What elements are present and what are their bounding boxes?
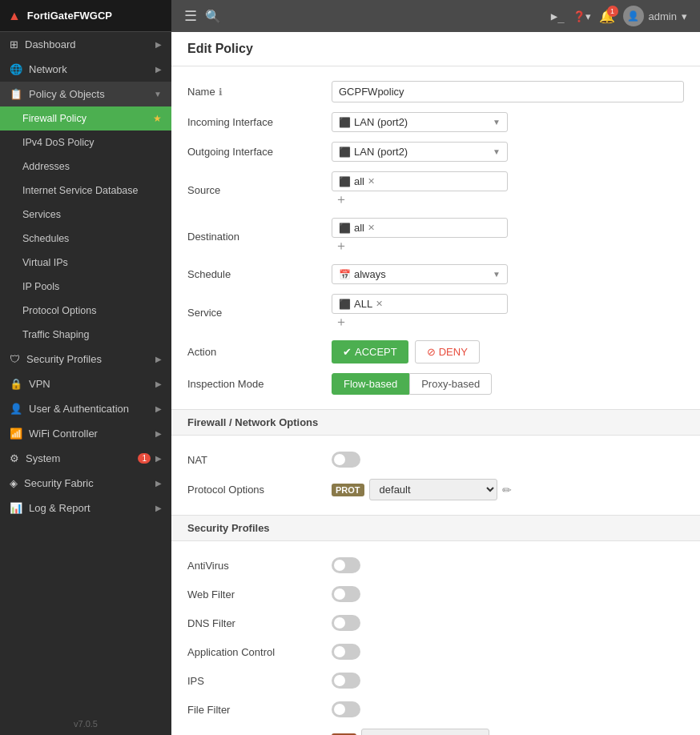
outgoing-interface-select[interactable]: ⬛ LAN (port2) ▼ [332,142,508,162]
inspection-mode-control: Flow-based Proxy-based [332,373,684,395]
chevron-down-icon: ▼ [154,90,162,98]
terminal-icon[interactable]: ▶_ [551,10,565,22]
inspection-buttons: Flow-based Proxy-based [332,373,684,395]
dns-filter-toggle[interactable] [332,615,360,631]
source-tag-box[interactable]: ⬛ all ✕ [332,171,508,191]
tag-close-icon[interactable]: ✕ [376,299,383,309]
web-filter-row: Web Filter [187,580,684,608]
wifi-icon: 📶 [10,428,22,440]
sidebar-item-dashboard[interactable]: ⊞ Dashboard ▶ [0,32,171,57]
chevron-right-icon: ▶ [155,404,162,413]
file-filter-row: File Filter [187,695,684,724]
security-profiles-section: Security Profiles [171,515,700,541]
sidebar-item-label: Log & Report [29,502,91,514]
name-label: Name ℹ [187,86,332,98]
file-filter-slider [332,701,360,717]
edit-protocol-icon[interactable]: ✏ [502,484,512,496]
antivirus-toggle[interactable] [332,557,360,573]
hamburger-icon[interactable]: ☰ [184,7,197,25]
protocol-select-group: PROT default ✏ [332,479,684,500]
add-source-button[interactable]: ＋ [332,192,351,206]
service-tag-box[interactable]: ⬛ ALL ✕ [332,294,508,314]
outgoing-interface-row: Outgoing Interface ⬛ LAN (port2) ▼ [187,137,684,167]
sidebar-item-label: User & Authentication [29,403,129,415]
sidebar-item-security-profiles[interactable]: 🛡 Security Profiles ▶ [0,347,171,372]
incoming-interface-select[interactable]: ⬛ LAN (port2) ▼ [332,112,508,132]
destination-control: ⬛ all ✕ ＋ [332,218,684,255]
sidebar-item-security-fabric[interactable]: ◈ Security Fabric ▶ [0,471,171,496]
sidebar-item-vpn[interactable]: 🔒 VPN ▶ [0,372,171,396]
web-filter-toggle[interactable] [332,586,360,602]
sidebar-item-firewall-policy[interactable]: Firewall Policy ★ [0,106,171,131]
app-title: FortiGateFWGCP [27,10,112,22]
firewall-network-form: NAT Protocol Options PROT [171,436,700,515]
add-service-button[interactable]: ＋ [332,315,351,328]
service-row: Service ⬛ ALL ✕ ＋ [187,289,684,335]
sidebar-item-log-report[interactable]: 📊 Log & Report ▶ [0,496,171,520]
sidebar-item-schedules[interactable]: Schedules [0,227,171,251]
antivirus-slider [332,557,360,573]
edit-policy-form: Name ℹ Incoming Interface ⬛ LAN (port2) [171,66,700,409]
proxy-based-button[interactable]: Proxy-based [409,373,492,395]
sidebar-item-ipv4-dos[interactable]: IPv4 DoS Policy [0,131,171,155]
sidebar-item-label: Addresses [22,161,70,172]
tag-close-icon[interactable]: ✕ [368,176,375,187]
source-tag-all: ⬛ all ✕ [339,175,375,187]
search-icon[interactable]: 🔍 [205,9,221,24]
name-input[interactable] [332,81,684,102]
sidebar-item-system[interactable]: ⚙ System 1 ▶ [0,446,171,471]
schedule-control: 📅 always ▼ [332,264,684,284]
system-icon: ⚙ [10,452,19,464]
sidebar-header: ▲ FortiGateFWGCP [0,0,171,32]
sidebar-item-label: Network [29,63,67,75]
star-icon: ★ [153,113,162,124]
nat-label: NAT [187,454,332,466]
main-topbar: ☰ 🔍 ▶_ ❓▾ 🔔 1 👤 admin ▾ [171,0,700,32]
schedule-select[interactable]: 📅 always ▼ [332,264,508,284]
help-icon[interactable]: ❓▾ [573,10,591,22]
destination-tag-box[interactable]: ⬛ all ✕ [332,218,508,238]
file-filter-toggle[interactable] [332,701,360,717]
info-icon[interactable]: ℹ [219,86,223,98]
outgoing-interface-label: Outgoing Interface [187,146,332,158]
sidebar-item-addresses[interactable]: Addresses [0,155,171,179]
sidebar-item-policy-objects[interactable]: 📋 Policy & Objects ▼ [0,82,171,106]
ips-toggle[interactable] [332,673,360,689]
add-destination-button[interactable]: ＋ [332,239,351,252]
sidebar-item-wifi-controller[interactable]: 📶 WiFi Controller ▶ [0,421,171,446]
sidebar-item-services[interactable]: Services [0,203,171,227]
sidebar-item-internet-service-db[interactable]: Internet Service Database [0,179,171,203]
app-control-row: Application Control [187,637,684,666]
ssl-inspection-dropdown[interactable]: no-inspection [361,729,489,735]
protocol-options-dropdown[interactable]: default [369,479,497,500]
service-control: ⬛ ALL ✕ ＋ [332,294,684,331]
protocol-options-label: Protocol Options [187,484,332,496]
sidebar-item-user-auth[interactable]: 👤 User & Authentication ▶ [0,396,171,421]
protocol-options-control: PROT default ✏ [332,479,684,500]
accept-button[interactable]: ✔ ACCEPT [332,340,408,363]
name-control [332,81,684,102]
flow-based-button[interactable]: Flow-based [332,373,409,395]
sidebar-item-ip-pools[interactable]: IP Pools [0,275,171,299]
ssl-select-group: SSL no-inspection ✏ [332,729,684,735]
admin-menu[interactable]: 👤 admin ▾ [623,6,687,26]
ips-control [332,673,684,689]
sidebar-item-network[interactable]: 🌐 Network ▶ [0,57,171,82]
incoming-interface-dropdown[interactable]: LAN (port2) [354,116,489,128]
admin-dropdown-icon: ▾ [682,10,687,22]
app-version: v7.0.5 [0,713,171,735]
sidebar-item-traffic-shaping[interactable]: Traffic Shaping [0,323,171,347]
nat-toggle[interactable] [332,452,360,468]
interface-icon: ⬛ [339,147,351,158]
notification-badge: 1 [607,6,618,17]
checkmark-icon: ✔ [343,346,352,358]
sidebar-item-protocol-options[interactable]: Protocol Options [0,299,171,323]
schedule-dropdown[interactable]: always [354,268,489,280]
notification-bell[interactable]: 🔔 1 [599,9,615,24]
deny-button[interactable]: ⊘ DENY [415,340,480,363]
tag-close-icon[interactable]: ✕ [368,223,375,233]
sidebar-item-virtual-ips[interactable]: Virtual IPs [0,251,171,275]
outgoing-interface-dropdown[interactable]: LAN (port2) [354,146,489,158]
web-filter-control [332,586,684,602]
app-control-toggle[interactable] [332,644,360,660]
